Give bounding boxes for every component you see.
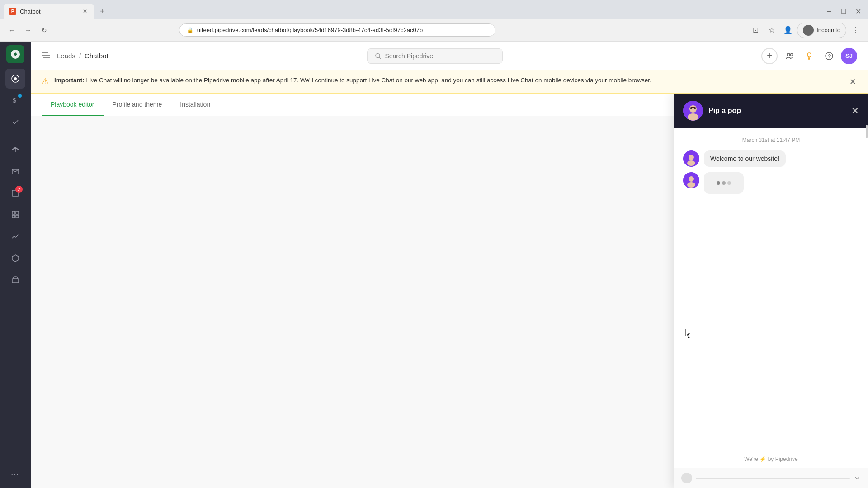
browser-tab[interactable]: P Chatbot ✕: [4, 4, 94, 19]
address-bar[interactable]: 🔒 uifeed.pipedrive.com/leads/chatbot/pla…: [179, 23, 495, 37]
sidebar-item-campaigns[interactable]: [5, 140, 25, 160]
message-bubble-1: Welcome to our website!: [704, 150, 786, 167]
svg-point-34: [687, 182, 695, 188]
search-input[interactable]: [385, 52, 495, 60]
sidebar-item-marketplace[interactable]: [5, 270, 25, 290]
reload-button[interactable]: ↻: [38, 24, 51, 37]
menu-icon[interactable]: ⋮: [848, 23, 863, 38]
svg-point-28: [694, 108, 696, 109]
sidebar: $: [0, 42, 31, 488]
svg-rect-6: [12, 211, 15, 214]
tab-profile-theme[interactable]: Profile and theme: [104, 94, 171, 116]
cast-icon[interactable]: ⊡: [748, 23, 763, 38]
bookmark-icon[interactable]: ☆: [764, 23, 779, 38]
top-bar: Leads / Chatbot +: [31, 42, 868, 70]
browser-toolbar: ← → ↻ 🔒 uifeed.pipedrive.com/leads/chatb…: [0, 19, 868, 42]
chat-footer: We're ⚡ by Pipedrive: [674, 450, 868, 468]
sidebar-item-leads[interactable]: [5, 205, 25, 225]
svg-rect-11: [12, 279, 19, 283]
svg-point-26: [688, 113, 698, 121]
new-tab-button[interactable]: +: [96, 5, 108, 18]
notification-dot: [18, 94, 22, 98]
sidebar-item-more[interactable]: ●●●: [5, 465, 25, 484]
window-controls: – □ ✕: [823, 5, 864, 18]
sidebar-item-activities[interactable]: [5, 112, 25, 132]
svg-text:$: $: [13, 97, 16, 104]
sidebar-item-reports[interactable]: [5, 226, 25, 246]
chat-messages: March 31st at 11:47 PM Welcome to our we…: [674, 128, 868, 450]
bulb-icon[interactable]: [801, 48, 817, 64]
svg-point-15: [376, 53, 380, 57]
sidebar-item-deals[interactable]: $: [5, 90, 25, 110]
footer-text: We're: [744, 456, 758, 462]
profile-icon[interactable]: 👤: [781, 23, 795, 38]
alert-close-button[interactable]: ✕: [849, 76, 857, 88]
url-text: uifeed.pipedrive.com/leads/chatbot/playb…: [197, 27, 423, 33]
chat-panel-header: Pip a pop ✕: [674, 94, 868, 128]
breadcrumb-leads[interactable]: Leads: [57, 52, 75, 60]
chat-panel: Save Pip a pop: [674, 94, 868, 488]
top-bar-center: [108, 48, 761, 64]
footer-suffix: by Pipedrive: [768, 456, 798, 462]
back-button[interactable]: ←: [5, 24, 18, 37]
user-avatar[interactable]: SJ: [841, 48, 857, 64]
sidebar-item-calendar[interactable]: 2: [5, 183, 25, 203]
chat-close-button[interactable]: ✕: [851, 105, 859, 116]
close-button[interactable]: ✕: [852, 5, 864, 18]
svg-rect-8: [12, 215, 15, 218]
sidebar-item-mail[interactable]: [5, 161, 25, 181]
lock-icon: 🔒: [187, 27, 193, 33]
browser-title-bar: P Chatbot ✕ + – □ ✕: [0, 0, 868, 19]
tab-favicon: P: [9, 8, 16, 15]
breadcrumb: Leads / Chatbot: [57, 52, 108, 60]
alert-icon: ⚠: [42, 76, 49, 86]
chat-input-row: [674, 468, 868, 488]
alert-body: Live Chat will no longer be available on…: [86, 77, 651, 84]
svg-point-2: [14, 77, 17, 80]
tab-close-button[interactable]: ✕: [81, 8, 89, 15]
breadcrumb-chatbot: Chatbot: [85, 52, 108, 60]
calendar-badge: 2: [15, 186, 23, 193]
incognito-label: Incognito: [816, 27, 840, 33]
forward-button[interactable]: →: [22, 24, 34, 37]
sidebar-item-home[interactable]: [5, 69, 25, 89]
help-icon[interactable]: ?: [821, 48, 837, 64]
contacts-icon[interactable]: [781, 48, 797, 64]
svg-marker-10: [12, 255, 19, 262]
alert-bold: Important:: [54, 77, 85, 84]
message-avatar-2: [683, 172, 699, 188]
svg-point-17: [787, 53, 790, 56]
svg-rect-9: [16, 215, 19, 218]
add-button[interactable]: +: [761, 48, 778, 64]
app-container: $: [0, 42, 868, 488]
tab-playbook-editor[interactable]: Playbook editor: [42, 94, 104, 116]
search-bar[interactable]: [367, 48, 503, 64]
chat-date: March 31st at 11:47 PM: [683, 137, 859, 143]
alert-banner: ⚠ Important: Live Chat will no longer be…: [31, 70, 868, 94]
tab-installation[interactable]: Installation: [171, 94, 219, 116]
svg-point-33: [689, 176, 694, 182]
main-content: Leads / Chatbot +: [31, 42, 868, 488]
minimize-button[interactable]: –: [823, 5, 835, 18]
svg-text:?: ?: [828, 53, 831, 60]
sidebar-divider: [9, 136, 22, 136]
incognito-button[interactable]: Incognito: [797, 23, 846, 38]
content-area: Playbook editor Profile and theme Instal…: [31, 94, 868, 488]
chat-message-2: [683, 172, 859, 194]
tabs: Playbook editor Profile and theme Instal…: [31, 94, 674, 116]
chat-message-1: Welcome to our website!: [683, 150, 859, 167]
menu-toggle-button[interactable]: [42, 51, 50, 61]
svg-point-31: [687, 160, 695, 166]
sidebar-bottom: ●●●: [5, 465, 25, 484]
message-bubble-2: [704, 172, 744, 194]
breadcrumb-separator: /: [79, 52, 81, 60]
incognito-avatar: [803, 25, 814, 36]
svg-point-18: [791, 53, 793, 56]
chat-panel-title: Pip a pop: [708, 107, 846, 115]
chevron-down-icon: [854, 474, 861, 482]
footer-bolt: ⚡: [760, 456, 766, 462]
sidebar-logo[interactable]: [6, 45, 24, 63]
maximize-button[interactable]: □: [837, 5, 850, 18]
chat-input-avatar: [681, 473, 692, 483]
sidebar-item-products[interactable]: [5, 248, 25, 268]
